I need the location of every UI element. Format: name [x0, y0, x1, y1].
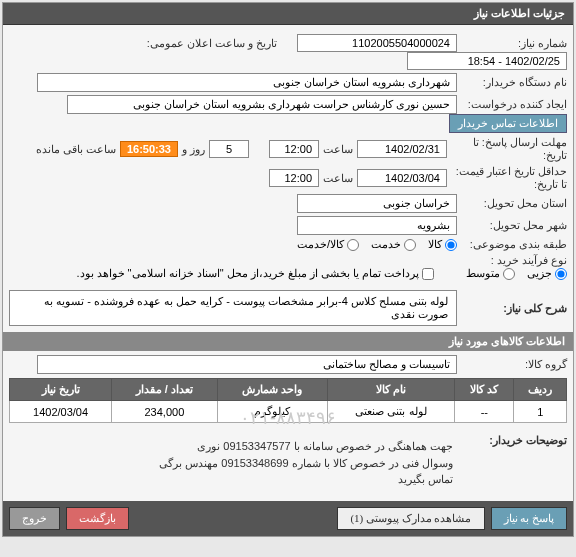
buyer-org-value: شهرداری بشرویه استان خراسان جنوبی — [37, 73, 457, 92]
cell-date: 1402/03/04 — [10, 401, 112, 423]
footer-left: پاسخ به نیاز مشاهده مدارک پیوستی (1) — [337, 507, 567, 530]
footer-right: بازگشت خروج — [9, 507, 129, 530]
announce-label: تاریخ و ساعت اعلان عمومی: — [147, 37, 277, 50]
time-label-1: ساعت — [323, 143, 353, 156]
radio-service-label: خدمت — [371, 238, 401, 251]
radio-gs-label: کالا/خدمت — [297, 238, 344, 251]
row-category: طبقه بندی موضوعی: کالا خدمت کالا/خدمت — [9, 238, 567, 251]
check-partial-pay[interactable]: پرداخت تمام یا بخشی از مبلغ خرید،از محل … — [76, 267, 434, 280]
radio-goods-label: کالا — [428, 238, 442, 251]
row-province: استان محل تحویل: خراسان جنوبی — [9, 194, 567, 213]
items-table: ردیف کد کالا نام کالا واحد شمارش تعداد /… — [9, 378, 567, 423]
radio-medium-label: متوسط — [466, 267, 500, 280]
radio-medium-input[interactable] — [503, 268, 515, 280]
validity-time: 12:00 — [269, 169, 319, 187]
panel-body: شماره نیاز: 1102005504000024 تاریخ و ساع… — [3, 25, 573, 501]
days-label: روز و — [182, 143, 205, 156]
radio-gs-input[interactable] — [347, 239, 359, 251]
city-value: بشرویه — [297, 216, 457, 235]
radio-medium[interactable]: متوسط — [466, 267, 515, 280]
province-value: خراسان جنوبی — [297, 194, 457, 213]
items-header: اطلاعات کالاهای مورد نیاز — [3, 332, 573, 351]
row-desc: شرح کلی نیاز: لوله بتنی مسلح کلاس 4-براب… — [9, 288, 567, 328]
cell-qty: 234,000 — [112, 401, 217, 423]
radio-goods[interactable]: کالا — [428, 238, 457, 251]
row-validity: حداقل تاریخ اعتبار قیمت: تا تاریخ: 1402/… — [9, 165, 567, 191]
time-label-2: ساعت — [323, 172, 353, 185]
table-row[interactable]: 1 -- لوله بتنی صنعتی کیلوگرم 234,000 140… — [10, 401, 567, 423]
deadline-label: مهلت ارسال پاسخ: تا تاریخ: — [447, 136, 567, 162]
days-value: 5 — [209, 140, 249, 158]
desc-value: لوله بتنی مسلح کلاس 4-برابر مشخصات پیوست… — [9, 290, 457, 326]
exit-button[interactable]: خروج — [9, 507, 60, 530]
validity-label: حداقل تاریخ اعتبار قیمت: تا تاریخ: — [447, 165, 567, 191]
back-button[interactable]: بازگشت — [66, 507, 129, 530]
attachments-button[interactable]: مشاهده مدارک پیوستی (1) — [337, 507, 484, 530]
cell-name: لوله بتنی صنعتی — [327, 401, 455, 423]
th-idx: ردیف — [514, 379, 567, 401]
deadline-time: 12:00 — [269, 140, 319, 158]
row-process: نوع فرآیند خرید : جزیی متوسط پرداخت تمام… — [9, 254, 567, 280]
radio-service[interactable]: خدمت — [371, 238, 416, 251]
check-partial-input[interactable] — [422, 268, 434, 280]
requester-value: حسین نوری کارشناس حراست شهرداری بشرویه ا… — [67, 95, 457, 114]
need-no-value: 1102005504000024 — [297, 34, 457, 52]
respond-button[interactable]: پاسخ به نیاز — [491, 507, 568, 530]
th-unit: واحد شمارش — [217, 379, 327, 401]
city-label: شهر محل تحویل: — [457, 219, 567, 232]
radio-goods-input[interactable] — [445, 239, 457, 251]
row-requester: ایجاد کننده درخواست: حسین نوری کارشناس ح… — [9, 95, 567, 133]
panel-title: جزئیات اطلاعات نیاز — [3, 3, 573, 25]
deadline-date: 1402/02/31 — [357, 140, 447, 158]
process-radio-group: جزیی متوسط پرداخت تمام یا بخشی از مبلغ خ… — [76, 267, 567, 280]
buyer-org-label: نام دستگاه خریدار: — [457, 76, 567, 89]
requester-label: ایجاد کننده درخواست: — [457, 98, 567, 111]
group-label: گروه کالا: — [457, 358, 567, 371]
th-name: نام کالا — [327, 379, 455, 401]
buyer-notes-label: توضیحات خریدار: — [457, 434, 567, 447]
category-radio-group: کالا خدمت کالا/خدمت — [297, 238, 457, 251]
radio-goods-service[interactable]: کالا/خدمت — [297, 238, 359, 251]
radio-minor-label: جزیی — [527, 267, 552, 280]
cell-code: -- — [455, 401, 514, 423]
group-value: تاسیسات و مصالح ساختمانی — [37, 355, 457, 374]
validity-date: 1402/03/04 — [357, 169, 447, 187]
row-buyer-org: نام دستگاه خریدار: شهرداری بشرویه استان … — [9, 73, 567, 92]
radio-minor-input[interactable] — [555, 268, 567, 280]
category-label: طبقه بندی موضوعی: — [457, 238, 567, 251]
row-need-no: شماره نیاز: 1102005504000024 تاریخ و ساع… — [9, 34, 567, 70]
radio-service-input[interactable] — [404, 239, 416, 251]
desc-label: شرح کلی نیاز: — [457, 302, 567, 315]
remaining-label: ساعت باقی مانده — [36, 143, 116, 156]
countdown-timer: 16:50:33 — [120, 141, 178, 157]
province-label: استان محل تحویل: — [457, 197, 567, 210]
row-buyer-notes: توضیحات خریدار: جهت هماهنگی در خصوص ساما… — [9, 434, 567, 492]
th-date: تاریخ نیاز — [10, 379, 112, 401]
main-panel: جزئیات اطلاعات نیاز شماره نیاز: 11020055… — [2, 2, 574, 537]
row-group: گروه کالا: تاسیسات و مصالح ساختمانی — [9, 355, 567, 374]
need-no-label: شماره نیاز: — [457, 37, 567, 50]
process-label: نوع فرآیند خرید : — [457, 254, 567, 267]
cell-idx: 1 — [514, 401, 567, 423]
footer: پاسخ به نیاز مشاهده مدارک پیوستی (1) باز… — [3, 501, 573, 536]
table-header-row: ردیف کد کالا نام کالا واحد شمارش تعداد /… — [10, 379, 567, 401]
check-partial-label: پرداخت تمام یا بخشی از مبلغ خرید،از محل … — [76, 267, 419, 280]
radio-minor[interactable]: جزیی — [527, 267, 567, 280]
row-deadline: مهلت ارسال پاسخ: تا تاریخ: 1402/02/31 سا… — [9, 136, 567, 162]
buyer-notes-value: جهت هماهنگی در خصوص سامانه با 0915334757… — [9, 434, 457, 492]
th-code: کد کالا — [455, 379, 514, 401]
th-qty: تعداد / مقدار — [112, 379, 217, 401]
contact-buyer-button[interactable]: اطلاعات تماس خریدار — [449, 114, 567, 133]
row-city: شهر محل تحویل: بشرویه — [9, 216, 567, 235]
cell-unit: کیلوگرم — [217, 401, 327, 423]
announce-value: 1402/02/25 - 18:54 — [407, 52, 567, 70]
